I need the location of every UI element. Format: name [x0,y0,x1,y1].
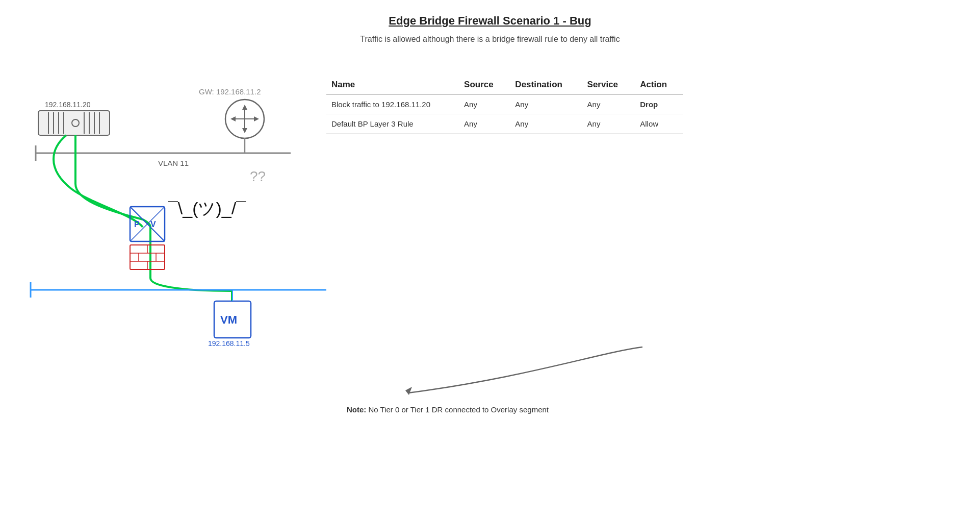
note-bold: Note: [347,405,366,414]
table-row: Block traffic to 192.168.11.20 Any Any A… [326,94,683,114]
col-service: Service [582,76,635,94]
svg-text:GW: 192.168.11.2: GW: 192.168.11.2 [199,87,261,96]
svg-marker-8 [230,116,236,121]
rule1-destination: Any [510,94,582,114]
note-text: Note: No Tier 0 or Tier 1 DR connected t… [347,405,693,414]
rule2-service: Any [582,114,635,134]
firewall-table: Name Source Destination Service Action B… [326,76,683,134]
table-row: Default BP Layer 3 Rule Any Any Any Allo… [326,114,683,134]
svg-text:P: P [134,220,140,229]
rule1-source: Any [459,94,510,114]
svg-marker-9 [254,116,259,121]
rule2-action: Allow [635,114,683,134]
note-content: No Tier 0 or Tier 1 DR connected to Over… [366,405,549,414]
arrow-svg [347,337,693,403]
svg-text:VLAN 11: VLAN 11 [158,159,189,167]
rule2-source: Any [459,114,510,134]
col-destination: Destination [510,76,582,94]
svg-text:??: ?? [250,168,266,184]
rule1-service: Any [582,94,635,114]
svg-text:192.168.11.5: 192.168.11.5 [208,339,250,348]
col-name: Name [326,76,459,94]
svg-text:VM: VM [220,313,237,326]
rule1-action: Drop [635,94,683,114]
svg-text:¯\_(ツ)_/¯: ¯\_(ツ)_/¯ [168,199,246,218]
svg-marker-6 [242,105,247,110]
svg-marker-44 [405,387,412,395]
rule2-destination: Any [510,114,582,134]
network-diagram: GW: 192.168.11.2 VLAN 11 192.168.11.20 P… [0,0,337,398]
firewall-table-container: Name Source Destination Service Action B… [326,76,683,134]
rule1-name: Block traffic to 192.168.11.20 [326,94,459,114]
note-area: Note: No Tier 0 or Tier 1 DR connected t… [347,337,693,414]
rule2-name: Default BP Layer 3 Rule [326,114,459,134]
col-source: Source [459,76,510,94]
svg-text:192.168.11.20: 192.168.11.20 [45,101,91,109]
col-action: Action [635,76,683,94]
svg-marker-7 [242,128,247,133]
